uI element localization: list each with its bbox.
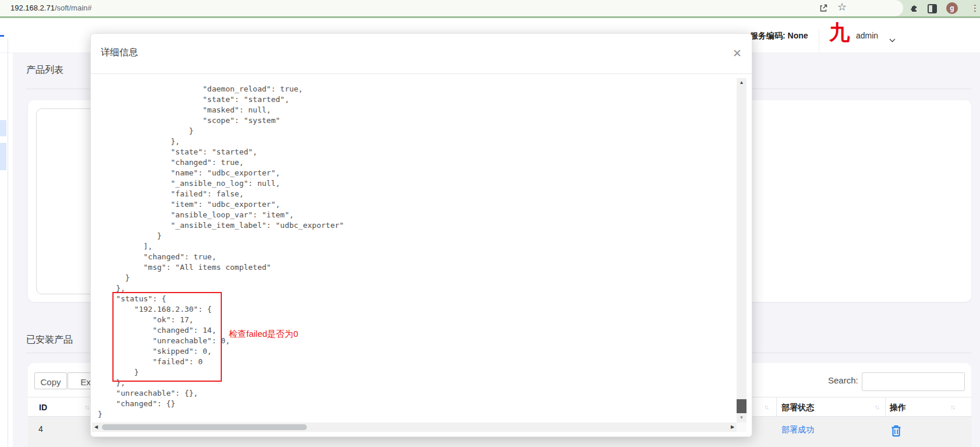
chevron-down-icon[interactable] bbox=[889, 34, 896, 45]
detail-modal: 详细信息 ✕ "daemon_reload": true, "state": "… bbox=[90, 33, 752, 437]
modal-header bbox=[91, 34, 752, 74]
column-header-deploy-status[interactable]: 部署状态 bbox=[781, 403, 814, 413]
section-title-installed: 已安装产品 bbox=[26, 334, 73, 346]
url-path: /soft/main# bbox=[55, 3, 92, 12]
deploy-status-link[interactable]: 部署成功 bbox=[781, 425, 814, 435]
vertical-scrollbar[interactable]: ▲ ▼ bbox=[737, 78, 747, 423]
browser-toolbar: 192.168.2.71/soft/main# ☆ g ⋮ bbox=[0, 0, 980, 16]
sidebar-item-highlight[interactable] bbox=[0, 143, 6, 170]
share-icon[interactable] bbox=[819, 3, 828, 15]
collapsed-logo-mark bbox=[0, 35, 4, 37]
page-title-product-list: 产品列表 bbox=[26, 64, 63, 76]
horizontal-scroll-thumb[interactable] bbox=[102, 424, 307, 430]
delete-trash-icon[interactable] bbox=[891, 425, 901, 439]
profile-avatar[interactable]: g bbox=[946, 2, 958, 14]
address-bar[interactable]: 192.168.2.71/soft/main# ☆ bbox=[0, 0, 903, 16]
scroll-left-icon[interactable]: ◀ bbox=[92, 423, 100, 432]
sort-icon[interactable]: ↑↓ bbox=[84, 403, 89, 410]
cell-id: 4 bbox=[38, 424, 43, 434]
horizontal-scrollbar[interactable]: ◀ ▶ bbox=[92, 423, 737, 432]
scroll-down-icon[interactable]: ▼ bbox=[737, 413, 747, 423]
extensions-icon[interactable] bbox=[910, 3, 919, 15]
sort-icon[interactable]: ↑↓ bbox=[875, 403, 879, 410]
annotation-text: 检查failed是否为0 bbox=[229, 329, 298, 340]
brand-logo: 九 bbox=[829, 22, 850, 43]
column-header-operation[interactable]: 操作 bbox=[890, 403, 906, 413]
browser-menu-icon[interactable]: ⋮ bbox=[971, 2, 979, 15]
scroll-up-icon[interactable]: ▲ bbox=[737, 78, 747, 87]
bookmark-star-icon[interactable]: ☆ bbox=[837, 2, 847, 12]
url-text[interactable]: 192.168.2.71/soft/main# bbox=[10, 3, 92, 12]
copy-button[interactable]: Copy bbox=[34, 372, 67, 389]
search-input[interactable] bbox=[862, 372, 965, 391]
sidebar-item-highlight[interactable] bbox=[0, 120, 6, 136]
service-code-value: None bbox=[788, 31, 808, 40]
vertical-scroll-thumb[interactable] bbox=[737, 399, 747, 413]
side-panel-icon[interactable] bbox=[928, 4, 937, 13]
service-code: 服务编码: None bbox=[750, 31, 808, 41]
screen: 192.168.2.71/soft/main# ☆ g ⋮ 服务编码: None… bbox=[0, 0, 980, 447]
sidebar-divider bbox=[8, 38, 8, 447]
scroll-right-icon[interactable]: ▶ bbox=[728, 423, 737, 432]
sort-icon[interactable]: ↑↓ bbox=[950, 403, 954, 410]
url-host: 192.168.2.71 bbox=[10, 3, 55, 12]
column-header-id[interactable]: ID bbox=[39, 403, 47, 412]
sort-icon[interactable]: ↑↓ bbox=[764, 403, 768, 410]
close-icon[interactable]: ✕ bbox=[733, 48, 742, 59]
scrollbar-corner bbox=[737, 423, 747, 432]
header-divider bbox=[819, 29, 819, 51]
user-menu[interactable]: admin bbox=[856, 31, 878, 40]
search-label: Search: bbox=[828, 375, 858, 385]
modal-title: 详细信息 bbox=[101, 47, 138, 59]
status-highlight-box bbox=[112, 292, 222, 382]
side-panel-fill bbox=[932, 5, 936, 12]
